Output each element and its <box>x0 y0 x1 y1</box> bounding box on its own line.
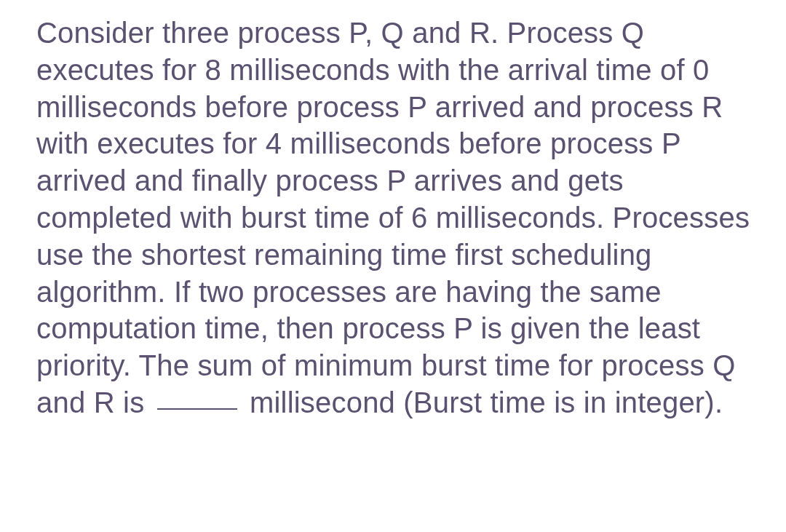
question-container: Consider three process P, Q and R. Proce… <box>0 0 786 436</box>
fill-in-blank[interactable] <box>157 408 237 410</box>
question-part2: millisecond (Burst time is in integer). <box>242 386 723 418</box>
question-text: Consider three process P, Q and R. Proce… <box>36 15 764 421</box>
question-part1: Consider three process P, Q and R. Proce… <box>36 17 750 418</box>
